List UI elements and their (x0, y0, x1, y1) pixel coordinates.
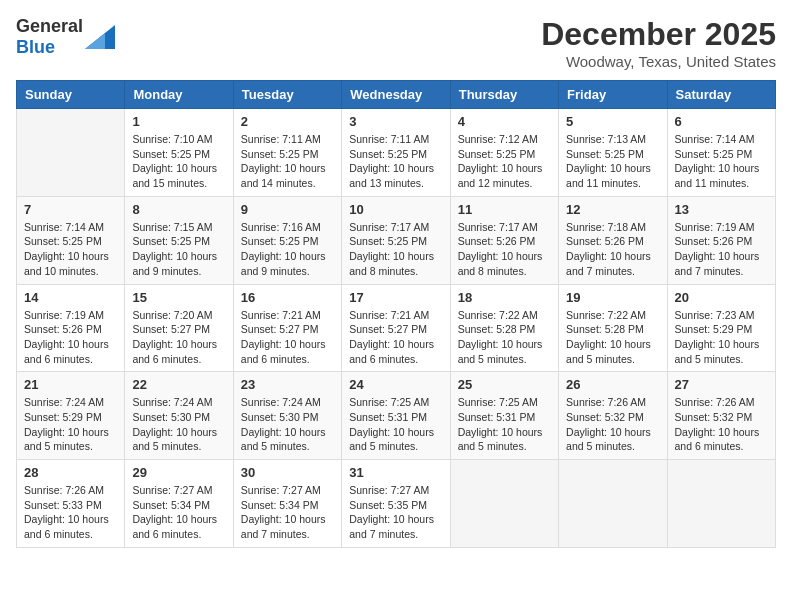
day-info: Sunrise: 7:21 AMSunset: 5:27 PMDaylight:… (241, 308, 334, 367)
day-info: Sunrise: 7:23 AMSunset: 5:29 PMDaylight:… (675, 308, 768, 367)
calendar-cell: 14Sunrise: 7:19 AMSunset: 5:26 PMDayligh… (17, 284, 125, 372)
location-title: Woodway, Texas, United States (541, 53, 776, 70)
day-number: 19 (566, 290, 659, 305)
day-info: Sunrise: 7:22 AMSunset: 5:28 PMDaylight:… (458, 308, 551, 367)
calendar-cell: 17Sunrise: 7:21 AMSunset: 5:27 PMDayligh… (342, 284, 450, 372)
day-number: 17 (349, 290, 442, 305)
day-number: 1 (132, 114, 225, 129)
day-number: 26 (566, 377, 659, 392)
weekday-header-wednesday: Wednesday (342, 81, 450, 109)
calendar-cell: 29Sunrise: 7:27 AMSunset: 5:34 PMDayligh… (125, 460, 233, 548)
day-number: 18 (458, 290, 551, 305)
day-number: 8 (132, 202, 225, 217)
calendar-cell: 25Sunrise: 7:25 AMSunset: 5:31 PMDayligh… (450, 372, 558, 460)
day-info: Sunrise: 7:26 AMSunset: 5:32 PMDaylight:… (675, 395, 768, 454)
day-number: 29 (132, 465, 225, 480)
logo-text: General Blue (16, 16, 83, 58)
day-info: Sunrise: 7:26 AMSunset: 5:32 PMDaylight:… (566, 395, 659, 454)
day-number: 7 (24, 202, 117, 217)
day-number: 31 (349, 465, 442, 480)
calendar-cell (17, 109, 125, 197)
day-info: Sunrise: 7:19 AMSunset: 5:26 PMDaylight:… (675, 220, 768, 279)
calendar-cell: 22Sunrise: 7:24 AMSunset: 5:30 PMDayligh… (125, 372, 233, 460)
day-info: Sunrise: 7:13 AMSunset: 5:25 PMDaylight:… (566, 132, 659, 191)
day-info: Sunrise: 7:16 AMSunset: 5:25 PMDaylight:… (241, 220, 334, 279)
day-info: Sunrise: 7:26 AMSunset: 5:33 PMDaylight:… (24, 483, 117, 542)
calendar-cell: 16Sunrise: 7:21 AMSunset: 5:27 PMDayligh… (233, 284, 341, 372)
day-number: 4 (458, 114, 551, 129)
svg-marker-1 (85, 33, 105, 49)
calendar-cell: 11Sunrise: 7:17 AMSunset: 5:26 PMDayligh… (450, 196, 558, 284)
calendar-cell: 23Sunrise: 7:24 AMSunset: 5:30 PMDayligh… (233, 372, 341, 460)
day-info: Sunrise: 7:14 AMSunset: 5:25 PMDaylight:… (675, 132, 768, 191)
day-number: 9 (241, 202, 334, 217)
day-info: Sunrise: 7:10 AMSunset: 5:25 PMDaylight:… (132, 132, 225, 191)
day-number: 3 (349, 114, 442, 129)
calendar-cell: 3Sunrise: 7:11 AMSunset: 5:25 PMDaylight… (342, 109, 450, 197)
calendar-week-row: 1Sunrise: 7:10 AMSunset: 5:25 PMDaylight… (17, 109, 776, 197)
day-info: Sunrise: 7:12 AMSunset: 5:25 PMDaylight:… (458, 132, 551, 191)
day-number: 12 (566, 202, 659, 217)
day-info: Sunrise: 7:15 AMSunset: 5:25 PMDaylight:… (132, 220, 225, 279)
calendar-cell: 26Sunrise: 7:26 AMSunset: 5:32 PMDayligh… (559, 372, 667, 460)
calendar-cell: 31Sunrise: 7:27 AMSunset: 5:35 PMDayligh… (342, 460, 450, 548)
calendar-cell: 30Sunrise: 7:27 AMSunset: 5:34 PMDayligh… (233, 460, 341, 548)
calendar-cell: 28Sunrise: 7:26 AMSunset: 5:33 PMDayligh… (17, 460, 125, 548)
day-number: 13 (675, 202, 768, 217)
weekday-header-sunday: Sunday (17, 81, 125, 109)
day-info: Sunrise: 7:27 AMSunset: 5:34 PMDaylight:… (241, 483, 334, 542)
day-info: Sunrise: 7:17 AMSunset: 5:26 PMDaylight:… (458, 220, 551, 279)
day-info: Sunrise: 7:24 AMSunset: 5:30 PMDaylight:… (241, 395, 334, 454)
calendar-cell: 10Sunrise: 7:17 AMSunset: 5:25 PMDayligh… (342, 196, 450, 284)
day-info: Sunrise: 7:18 AMSunset: 5:26 PMDaylight:… (566, 220, 659, 279)
day-info: Sunrise: 7:25 AMSunset: 5:31 PMDaylight:… (458, 395, 551, 454)
day-info: Sunrise: 7:19 AMSunset: 5:26 PMDaylight:… (24, 308, 117, 367)
day-number: 10 (349, 202, 442, 217)
day-number: 11 (458, 202, 551, 217)
calendar-cell: 27Sunrise: 7:26 AMSunset: 5:32 PMDayligh… (667, 372, 775, 460)
day-number: 21 (24, 377, 117, 392)
logo-general: General (16, 16, 83, 36)
day-info: Sunrise: 7:21 AMSunset: 5:27 PMDaylight:… (349, 308, 442, 367)
weekday-header-thursday: Thursday (450, 81, 558, 109)
weekday-header-friday: Friday (559, 81, 667, 109)
calendar-cell: 13Sunrise: 7:19 AMSunset: 5:26 PMDayligh… (667, 196, 775, 284)
day-number: 25 (458, 377, 551, 392)
calendar-cell: 9Sunrise: 7:16 AMSunset: 5:25 PMDaylight… (233, 196, 341, 284)
calendar-cell: 19Sunrise: 7:22 AMSunset: 5:28 PMDayligh… (559, 284, 667, 372)
calendar-cell: 18Sunrise: 7:22 AMSunset: 5:28 PMDayligh… (450, 284, 558, 372)
calendar-week-row: 28Sunrise: 7:26 AMSunset: 5:33 PMDayligh… (17, 460, 776, 548)
day-number: 24 (349, 377, 442, 392)
day-number: 30 (241, 465, 334, 480)
calendar-cell: 5Sunrise: 7:13 AMSunset: 5:25 PMDaylight… (559, 109, 667, 197)
weekday-header-saturday: Saturday (667, 81, 775, 109)
day-number: 5 (566, 114, 659, 129)
calendar-cell: 4Sunrise: 7:12 AMSunset: 5:25 PMDaylight… (450, 109, 558, 197)
calendar-cell: 1Sunrise: 7:10 AMSunset: 5:25 PMDaylight… (125, 109, 233, 197)
calendar-cell: 21Sunrise: 7:24 AMSunset: 5:29 PMDayligh… (17, 372, 125, 460)
calendar-table: SundayMondayTuesdayWednesdayThursdayFrid… (16, 80, 776, 548)
calendar-cell: 15Sunrise: 7:20 AMSunset: 5:27 PMDayligh… (125, 284, 233, 372)
calendar-week-row: 14Sunrise: 7:19 AMSunset: 5:26 PMDayligh… (17, 284, 776, 372)
day-info: Sunrise: 7:11 AMSunset: 5:25 PMDaylight:… (241, 132, 334, 191)
day-info: Sunrise: 7:27 AMSunset: 5:34 PMDaylight:… (132, 483, 225, 542)
day-info: Sunrise: 7:27 AMSunset: 5:35 PMDaylight:… (349, 483, 442, 542)
calendar-cell: 7Sunrise: 7:14 AMSunset: 5:25 PMDaylight… (17, 196, 125, 284)
day-number: 23 (241, 377, 334, 392)
calendar-cell: 12Sunrise: 7:18 AMSunset: 5:26 PMDayligh… (559, 196, 667, 284)
day-number: 15 (132, 290, 225, 305)
weekday-header-monday: Monday (125, 81, 233, 109)
calendar-week-row: 7Sunrise: 7:14 AMSunset: 5:25 PMDaylight… (17, 196, 776, 284)
calendar-cell: 2Sunrise: 7:11 AMSunset: 5:25 PMDaylight… (233, 109, 341, 197)
calendar-cell: 24Sunrise: 7:25 AMSunset: 5:31 PMDayligh… (342, 372, 450, 460)
day-info: Sunrise: 7:25 AMSunset: 5:31 PMDaylight:… (349, 395, 442, 454)
day-number: 20 (675, 290, 768, 305)
day-info: Sunrise: 7:11 AMSunset: 5:25 PMDaylight:… (349, 132, 442, 191)
day-number: 14 (24, 290, 117, 305)
day-info: Sunrise: 7:17 AMSunset: 5:25 PMDaylight:… (349, 220, 442, 279)
day-info: Sunrise: 7:20 AMSunset: 5:27 PMDaylight:… (132, 308, 225, 367)
month-title: December 2025 (541, 16, 776, 53)
day-number: 27 (675, 377, 768, 392)
day-number: 2 (241, 114, 334, 129)
day-number: 16 (241, 290, 334, 305)
